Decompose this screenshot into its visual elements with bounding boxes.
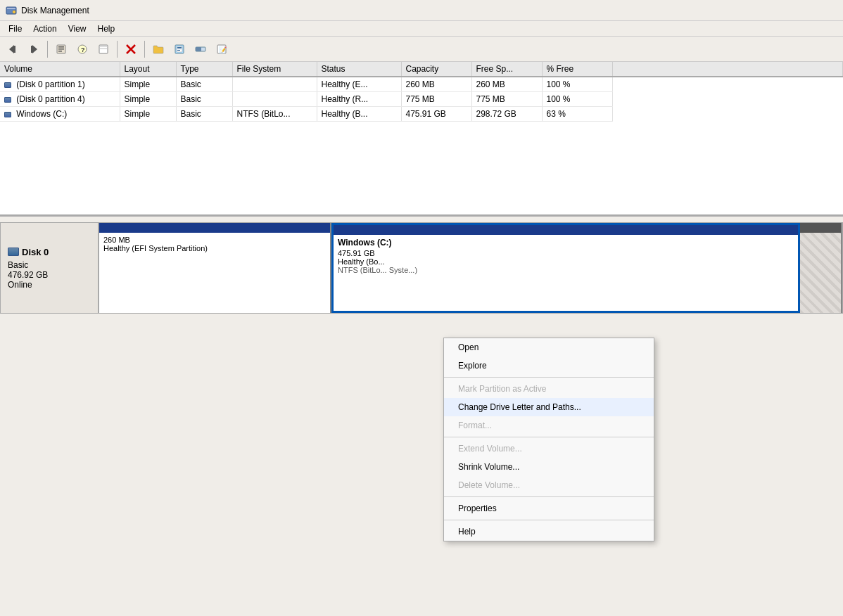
- context-help[interactable]: Help: [444, 522, 654, 541]
- disk-partitions: 260 MB Healthy (EFI System Partition) Wi…: [99, 222, 843, 314]
- svg-rect-20: [177, 47, 182, 48]
- col-filesystem[interactable]: File System: [232, 62, 317, 77]
- partition-subtitle-windows: NTFS (BitLo... Syste...): [338, 266, 794, 274]
- disk-status: Online: [8, 280, 91, 290]
- app-title: Disk Management: [21, 6, 89, 15]
- cell-freespace-1: 775 MB: [471, 92, 542, 107]
- svg-text:📝: 📝: [219, 46, 227, 54]
- cell-freespace-2: 298.72 GB: [471, 107, 542, 122]
- svg-rect-14: [100, 46, 107, 47]
- context-format[interactable]: Format...: [444, 416, 654, 435]
- menu-help[interactable]: Help: [92, 23, 121, 35]
- context-extend-volume[interactable]: Extend Volume...: [444, 439, 654, 458]
- col-type[interactable]: Type: [176, 62, 232, 77]
- cell-type-2: Basic: [176, 107, 232, 122]
- disk-type: Basic: [8, 260, 91, 270]
- toolbar: ?: [0, 37, 843, 62]
- cell-freespace-0: 260 MB: [471, 77, 542, 92]
- partition-efi[interactable]: 260 MB Healthy (EFI System Partition): [99, 223, 331, 313]
- partition-label-windows: Healthy (Bo...: [338, 257, 794, 266]
- svg-rect-21: [177, 49, 182, 49]
- toolbar-sep-3: [144, 41, 145, 58]
- partition-header-windows: [334, 225, 798, 235]
- svg-rect-6: [31, 46, 32, 53]
- disk-size: 476.92 GB: [8, 270, 91, 280]
- context-menu: Open Explore Mark Partition as Active Ch…: [443, 338, 654, 541]
- context-properties[interactable]: Properties: [444, 499, 654, 518]
- context-explore[interactable]: Explore: [444, 357, 654, 375]
- context-mark-active[interactable]: Mark Partition as Active: [444, 380, 654, 398]
- context-shrink-volume[interactable]: Shrink Volume...: [444, 458, 654, 476]
- partition-size-efi: 260 MB: [103, 236, 326, 244]
- cell-volume-2: Windows (C:): [0, 107, 120, 122]
- properties-button[interactable]: [51, 39, 71, 59]
- cell-capacity-2: 475.91 GB: [401, 107, 471, 122]
- create-folder-button[interactable]: [148, 39, 168, 59]
- context-sep-4: [444, 520, 654, 520]
- col-freespace[interactable]: Free Sp...: [471, 62, 542, 77]
- svg-rect-24: [196, 47, 201, 51]
- toolbar-sep-1: [47, 41, 48, 58]
- menu-view[interactable]: View: [63, 23, 92, 35]
- svg-marker-3: [9, 45, 14, 53]
- col-volume[interactable]: Volume: [0, 62, 120, 77]
- main-window: Volume Layout Type File System Status Ca…: [0, 62, 843, 616]
- cell-fs-0: [232, 77, 317, 92]
- volume-table: Volume Layout Type File System Status Ca…: [0, 62, 843, 122]
- context-open[interactable]: Open: [444, 338, 654, 357]
- cell-status-2: Healthy (B...: [317, 107, 401, 122]
- title-bar: Disk Management: [0, 0, 843, 21]
- table-row[interactable]: (Disk 0 partition 4) Simple Basic Health…: [0, 92, 843, 107]
- svg-rect-1: [7, 8, 15, 9]
- partition-recovery[interactable]: [800, 223, 842, 313]
- cell-percent-2: 63 %: [542, 107, 612, 122]
- table-row[interactable]: Windows (C:) Simple Basic NTFS (BitLo...…: [0, 107, 843, 122]
- context-change-drive[interactable]: Change Drive Letter and Paths...: [444, 398, 654, 416]
- disk-row-0: Disk 0 Basic 476.92 GB Online 260 MB Hea…: [0, 222, 843, 314]
- forward-button[interactable]: [24, 39, 44, 59]
- delete-button[interactable]: [121, 39, 141, 59]
- drive-icon-1: [4, 97, 11, 103]
- cell-volume-0: (Disk 0 partition 1): [0, 77, 120, 92]
- table-row[interactable]: (Disk 0 partition 1) Simple Basic Health…: [0, 77, 843, 92]
- cell-capacity-0: 260 MB: [401, 77, 471, 92]
- partition-body-windows: Windows (C:) 475.91 GB Healthy (Bo... NT…: [334, 235, 798, 311]
- extend-button[interactable]: [191, 39, 210, 59]
- toolbar-sep-2: [117, 41, 118, 58]
- cell-layout-1: Simple: [120, 92, 176, 107]
- cell-percent-0: 100 %: [542, 77, 612, 92]
- volume-table-area: Volume Layout Type File System Status Ca…: [0, 62, 843, 217]
- cell-type-0: Basic: [176, 77, 232, 92]
- col-layout[interactable]: Layout: [120, 62, 176, 77]
- format-button[interactable]: [170, 39, 189, 59]
- rescan-button[interactable]: [94, 39, 113, 59]
- disk-icon: [8, 248, 19, 256]
- help-button[interactable]: ?: [72, 39, 92, 59]
- partition-windows[interactable]: Windows (C:) 475.91 GB Healthy (Bo... NT…: [331, 223, 800, 313]
- cell-layout-0: Simple: [120, 77, 176, 92]
- svg-marker-5: [32, 45, 37, 53]
- col-capacity[interactable]: Capacity: [401, 62, 471, 77]
- cell-layout-2: Simple: [120, 107, 176, 122]
- back-button[interactable]: [3, 39, 23, 59]
- context-delete-volume[interactable]: Delete Volume...: [444, 476, 654, 494]
- wizard-button[interactable]: 📝: [212, 39, 232, 59]
- cell-capacity-1: 775 MB: [401, 92, 471, 107]
- col-percentfree[interactable]: % Free: [542, 62, 612, 77]
- disk-name: Disk 0: [8, 247, 91, 257]
- drive-icon-2: [4, 112, 11, 117]
- partition-header-recovery: [800, 223, 841, 233]
- context-sep-1: [444, 377, 654, 378]
- svg-rect-9: [58, 49, 64, 50]
- menu-file[interactable]: File: [3, 23, 27, 35]
- partition-label-efi: Healthy (EFI System Partition): [103, 244, 326, 252]
- disk-label-0: Disk 0 Basic 476.92 GB Online: [0, 222, 99, 314]
- menu-bar: File Action View Help: [0, 21, 843, 37]
- cell-status-0: Healthy (E...: [317, 77, 401, 92]
- cell-volume-1: (Disk 0 partition 4): [0, 92, 120, 107]
- svg-point-2: [13, 11, 15, 13]
- menu-action[interactable]: Action: [27, 23, 62, 35]
- partition-body-recovery: [800, 233, 841, 313]
- app-icon: [6, 5, 17, 16]
- col-status[interactable]: Status: [317, 62, 401, 77]
